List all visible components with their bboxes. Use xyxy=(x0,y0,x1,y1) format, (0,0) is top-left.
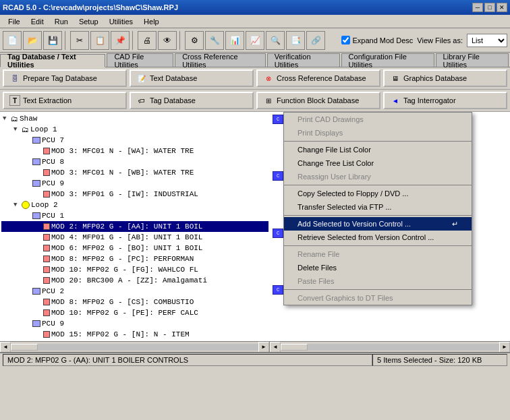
toolbar-btn1[interactable]: ⚙ xyxy=(185,31,204,50)
tree-scroll-track[interactable] xyxy=(11,344,258,351)
toolbar-btn5[interactable]: 🔍 xyxy=(266,31,285,50)
tree-scroll-thumb[interactable] xyxy=(11,344,38,351)
text-extraction-btn[interactable]: T Text Extraction xyxy=(3,92,127,109)
menu-edit[interactable]: Edit xyxy=(26,16,49,27)
file-scroll-track[interactable] xyxy=(281,344,499,351)
tree-expand-icon[interactable]: ▼ xyxy=(3,115,11,122)
context-menu-item[interactable]: Transfer Selected via FTP ... xyxy=(284,200,472,214)
menu-run[interactable]: Run xyxy=(49,16,74,27)
expand-mod-desc-check[interactable]: Expand Mod Desc xyxy=(341,36,413,44)
tab-tag-database[interactable]: Tag Database / Text Utilities xyxy=(0,54,105,67)
tab-cad-file[interactable]: CAD File Utilities xyxy=(107,53,173,67)
context-menu-item[interactable]: Change File List Color xyxy=(284,143,472,156)
file-hscrollbar[interactable]: ◄ ► xyxy=(270,341,510,352)
tree-item[interactable]: MOD 3: MFC01 N - [WA]: WATER TRE xyxy=(1,146,268,156)
tree-item[interactable]: PCU 9 xyxy=(1,178,268,189)
status-left-text: MOD 2: MFP02 G - (AA): UNIT 1 BOILER CON… xyxy=(7,356,188,364)
toolbar-paste[interactable]: 📌 xyxy=(111,31,130,50)
status-right: 5 Items Selected - Size: 120 KB xyxy=(372,354,507,366)
cross-ref-db-btn[interactable]: ⊗ Cross Reference Database xyxy=(256,69,380,87)
tab-config-file[interactable]: Configuration File Utilities xyxy=(341,53,434,67)
tab-library-file[interactable]: Library File Utilities xyxy=(436,53,509,67)
tree-hscrollbar[interactable]: ◄ ► xyxy=(0,341,269,352)
tree-item[interactable]: PCU 8 xyxy=(1,156,268,167)
toolbar-btn6[interactable]: 📑 xyxy=(286,31,305,50)
tree-item[interactable]: ▼🗂Shaw xyxy=(1,113,268,124)
toolbar-btn2[interactable]: 🔧 xyxy=(205,31,224,50)
tree-item-label: MOD 10: MFP02 G - [PE]: PERF CALC xyxy=(51,309,198,317)
tree-item[interactable]: ▼🗂Loop 1 xyxy=(1,124,268,135)
tree-item[interactable]: MOD 10: MFP02 G - [FG]: WAHLCO FL xyxy=(1,264,268,275)
tag-db-label: Tag Database xyxy=(150,96,196,104)
menu-utilities[interactable]: Utilities xyxy=(104,16,138,27)
context-menu-item[interactable]: Retrieve Selected from Version Control .… xyxy=(284,231,472,244)
close-button[interactable]: ✕ xyxy=(497,3,507,12)
tree-item-label: MOD 3: MFC01 N - [WA]: WATER TRE xyxy=(51,147,194,155)
tab-cross-reference[interactable]: Cross Reference Utilities xyxy=(175,53,266,67)
tree-item[interactable]: MOD 10: MFP02 G - [PE]: PERF CALC xyxy=(1,307,268,318)
context-menu-item[interactable]: Copy Selected to Floppy / DVD ... xyxy=(284,187,472,200)
menu-file[interactable]: File xyxy=(3,16,26,27)
context-menu-item-label: Reassign User Library xyxy=(298,173,371,181)
cross-ref-icon: ⊗ xyxy=(263,73,274,84)
prepare-tag-db-btn[interactable]: 🗄 Prepare Tag Database xyxy=(3,69,127,87)
graphics-db-btn[interactable]: 🖥 Graphics Database xyxy=(383,69,507,87)
tree-item[interactable]: PCU 7 xyxy=(1,135,268,146)
context-menu-item: Paste Files xyxy=(284,274,472,288)
tree-item[interactable]: MOD 20: BRC300 A - [ZZ]: Amalgamati xyxy=(1,275,268,286)
expand-checkbox[interactable] xyxy=(341,36,350,44)
context-menu-item[interactable]: Change Tree List Color xyxy=(284,156,472,170)
tree-item[interactable]: MOD 15: MFP02 G - [N]: N - ITEM xyxy=(1,329,268,340)
context-menu-item[interactable]: Add Selected to Version Control ... ↵ xyxy=(284,217,472,231)
toolbar-copy[interactable]: 📋 xyxy=(90,31,109,50)
tree-item[interactable]: ▼Loop 2 xyxy=(1,200,268,210)
tree-item[interactable]: PCU 9 xyxy=(1,318,268,329)
tree-item-label: MOD 8: MFP02 G - [PC]: PERFORMAN xyxy=(51,255,194,263)
toolbar-btn4[interactable]: 📈 xyxy=(246,31,264,50)
toolbar-new[interactable]: 📄 xyxy=(3,31,22,50)
toolbar-open[interactable]: 📂 xyxy=(23,31,42,50)
tree-item-label: Loop 1 xyxy=(30,125,57,133)
maximize-button[interactable]: □ xyxy=(484,3,495,12)
tab-verification[interactable]: Verification Utilities xyxy=(267,53,340,67)
toolbar-btn7[interactable]: 🔗 xyxy=(306,31,325,50)
tree-scroll-right[interactable]: ► xyxy=(258,342,269,353)
tree-item-label: MOD 20: BRC300 A - [ZZ]: Amalgamati xyxy=(51,276,207,284)
tree-scroll-left[interactable]: ◄ xyxy=(0,342,11,353)
tree-item[interactable]: MOD 3: MFC01 N - [WB]: WATER TRE xyxy=(1,167,268,178)
toolbar-preview[interactable]: 👁 xyxy=(158,31,177,50)
tree-expand-icon[interactable]: ▼ xyxy=(13,202,22,208)
file-scroll-left[interactable]: ◄ xyxy=(270,342,281,353)
tree-expand-icon[interactable]: ▼ xyxy=(13,126,22,133)
menu-help[interactable]: Help xyxy=(138,16,165,27)
tag-interrogator-btn[interactable]: ◄ Tag Interrogator xyxy=(383,92,507,109)
context-menu-item[interactable]: Delete Files xyxy=(284,261,472,274)
context-menu-item: Print Displays xyxy=(284,126,472,140)
func-block-db-btn[interactable]: ⊞ Function Block Database xyxy=(256,92,380,109)
toolbar-btn3[interactable]: 📊 xyxy=(225,31,244,50)
btn-row-1: 🗄 Prepare Tag Database 📝 Text Database ⊗… xyxy=(0,67,510,90)
view-files-select[interactable]: List Details xyxy=(467,34,507,47)
tree-item[interactable]: PCU 2 xyxy=(1,286,268,297)
tree-item[interactable]: MOD 6: MFP02 G - [BO]: UNIT 1 BOIL xyxy=(1,243,268,253)
file-scroll-thumb[interactable] xyxy=(281,344,308,351)
tree-item[interactable]: MOD 3: MFP01 G - [IW]: INDUSTRIAL xyxy=(1,189,268,200)
tree-item[interactable]: MOD 4: MFP01 G - [AB]: UNIT 1 BOIL xyxy=(1,232,268,243)
pcu-icon xyxy=(32,288,40,295)
tree-content[interactable]: ▼🗂Shaw▼🗂Loop 1 PCU 7 MOD 3: MFC01 N - [W… xyxy=(0,112,270,341)
cad-file-icon: C xyxy=(273,229,283,238)
pcu-icon xyxy=(32,212,40,219)
tree-item[interactable]: MOD 8: MFP02 G - [PC]: PERFORMAN xyxy=(1,253,268,264)
tag-database-btn[interactable]: 🏷 Tag Database xyxy=(130,92,254,109)
toolbar-save[interactable]: 💾 xyxy=(43,31,62,50)
tree-item[interactable]: PCU 1 xyxy=(1,210,268,221)
menu-setup[interactable]: Setup xyxy=(74,16,104,27)
minimize-button[interactable]: ─ xyxy=(472,3,483,12)
tree-item[interactable]: MOD 2: MFP02 G - [AA]: UNIT 1 BOIL xyxy=(1,221,268,232)
toolbar-cut[interactable]: ✂ xyxy=(70,31,89,50)
file-scroll-right[interactable]: ► xyxy=(499,342,510,353)
toolbar-print[interactable]: 🖨 xyxy=(138,31,157,50)
tree-item[interactable]: MOD 8: MFP02 G - [CS]: COMBUSTIO xyxy=(1,297,268,307)
mod-icon xyxy=(43,169,50,176)
text-database-btn[interactable]: 📝 Text Database xyxy=(130,69,254,87)
